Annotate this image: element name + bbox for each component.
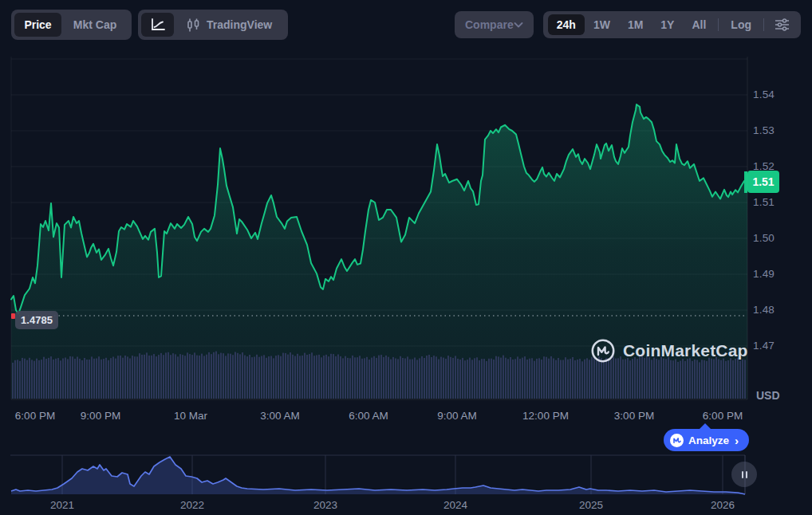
time-tick-label: 12:00 PM [522,410,569,422]
candlestick-icon [187,18,200,32]
watermark: CoinMarketCap [590,338,748,364]
price-tick-label: 1.49 [753,268,775,280]
chart-module: Price Mkt Cap TradingView Compare [0,0,812,515]
separator [718,18,719,31]
time-tick-label: 3:00 AM [260,410,300,422]
minimap-area [11,457,745,494]
watermark-text: CoinMarketCap [623,341,748,360]
year-tick-label: 2022 [180,499,204,511]
chart-style-toggle: TradingView [138,10,288,40]
price-tick-label: 1.51 [753,196,775,208]
range-button-1m[interactable]: 1M [619,14,652,35]
compare-label: Compare [465,18,514,31]
analyze-button[interactable]: Analyze › [664,429,749,451]
range-button-1w[interactable]: 1W [585,14,619,35]
range-slider-handle[interactable] [731,462,757,487]
time-tick-label: 6:00 PM [703,410,743,422]
year-tick-label: 2024 [443,499,467,511]
time-tick-label: 10 Mar [174,410,207,422]
range-button-log[interactable]: Log [722,14,760,35]
year-tick-label: 2023 [313,499,337,511]
price-tick-label: 1.53 [753,124,775,136]
tradingview-label: TradingView [207,18,272,31]
price-tick-label: 1.48 [753,304,775,316]
open-price-label: 1.4785 [15,311,58,329]
chart-settings-button[interactable] [767,14,796,35]
chevron-down-icon [514,22,523,28]
tradingview-style-button[interactable]: TradingView [174,13,285,37]
price-mktcap-toggle: Price Mkt Cap [11,10,132,40]
range-button-1y[interactable]: 1Y [652,14,683,35]
time-tick-label: 9:00 AM [437,410,477,422]
mktcap-tab[interactable]: Mkt Cap [61,13,128,37]
time-range-group: 24h1W1M1YAllLog [543,11,801,38]
range-button-24h[interactable]: 24h [548,14,585,35]
year-tick-label: 2025 [579,499,603,511]
compare-button[interactable]: Compare [455,11,534,38]
time-tick-label: 6:00 PM [15,410,55,422]
time-tick-label: 9:00 PM [81,410,120,422]
time-tick-label: 6:00 AM [349,410,388,422]
sliders-icon [775,18,790,31]
coinmarketcap-logo-icon [590,338,616,364]
price-tab[interactable]: Price [14,13,61,37]
time-tick-label: 3:00 PM [614,410,654,422]
analyze-label: Analyze [688,434,729,446]
price-axis-unit: USD [756,389,780,402]
year-tick-label: 2021 [50,499,74,511]
range-button-all[interactable]: All [683,14,715,35]
current-price-badge: 1.51 [747,171,779,193]
analyze-chevron: › [735,434,739,447]
price-tick-label: 1.54 [753,88,775,100]
analyze-logo-icon [670,434,684,447]
separator [763,18,764,31]
price-tick-label: 1.50 [753,232,775,244]
price-tick-label: 1.47 [753,340,775,352]
line-chart-icon [150,18,166,32]
line-chart-style-button[interactable] [141,13,174,37]
year-tick-label: 2026 [711,499,735,511]
